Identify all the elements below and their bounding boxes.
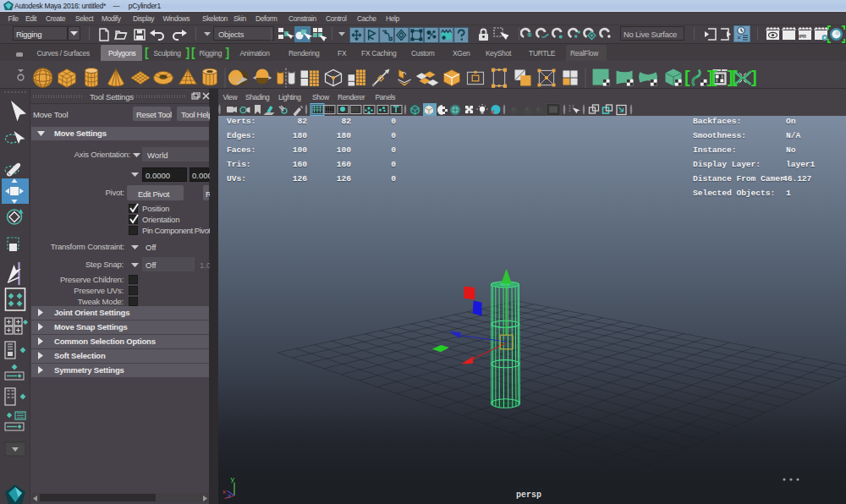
svg-text:IPR: IPR — [799, 34, 806, 39]
svg-text:[: [ — [711, 68, 717, 86]
svg-text:[: [ — [684, 68, 690, 86]
svg-text:[: [ — [732, 68, 738, 86]
svg-text:y: y — [231, 475, 235, 483]
svg-text:]: ] — [751, 68, 757, 86]
svg-text:z: z — [228, 492, 232, 500]
svg-text:x: x — [222, 488, 227, 496]
